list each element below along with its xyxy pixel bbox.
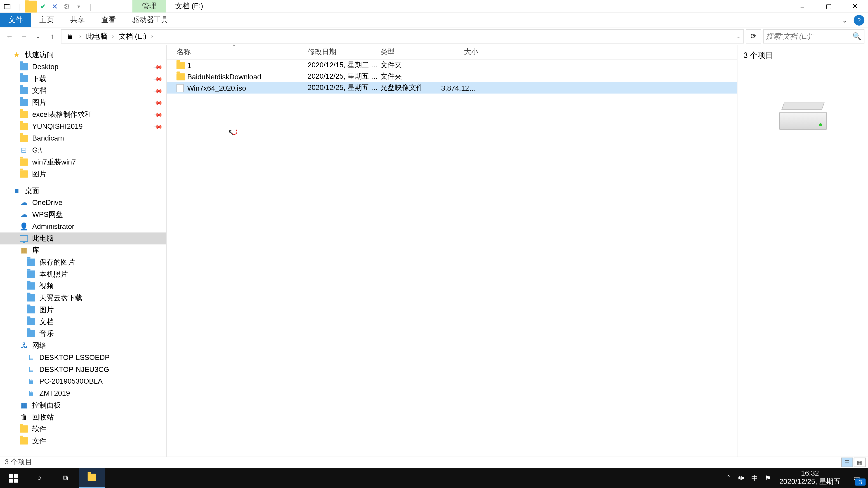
- column-header-name[interactable]: 名称: [177, 47, 308, 57]
- tree-item[interactable]: 天翼云盘下载: [0, 292, 166, 304]
- tree-item-label: 图片: [32, 169, 46, 179]
- tree-item[interactable]: ▦控制面板: [0, 399, 166, 411]
- breadcrumb[interactable]: 🖥 › 此电脑 › 文档 (E:) › ⌄: [61, 29, 744, 43]
- close-button[interactable]: ✕: [842, 0, 868, 12]
- clock-time: 16:32: [779, 470, 841, 478]
- qat-settings-icon[interactable]: ⚙: [61, 0, 73, 12]
- tab-home[interactable]: 主页: [31, 13, 62, 27]
- taskbar-clock[interactable]: 16:32 2020/12/25, 星期五: [775, 470, 845, 486]
- system-tray: ˄ 🕪 中 ⚑ 16:32 2020/12/25, 星期五 ▭3: [723, 468, 868, 488]
- file-row[interactable]: BaiduNetdiskDownload2020/12/25, 星期五 1...…: [167, 71, 737, 82]
- tree-item[interactable]: ☁OneDrive: [0, 197, 166, 208]
- qat-grip: |: [85, 0, 97, 12]
- minimize-button[interactable]: –: [789, 0, 815, 12]
- column-header-size[interactable]: 大小: [441, 47, 478, 57]
- tab-view[interactable]: 查看: [93, 13, 124, 27]
- start-button[interactable]: [0, 468, 26, 488]
- file-row[interactable]: Win7x64_2020.iso2020/12/25, 星期五 1...光盘映像…: [167, 82, 737, 94]
- tree-item[interactable]: 保存的图片: [0, 256, 166, 268]
- tray-volume-icon[interactable]: 🕪: [734, 474, 748, 482]
- ribbon-expand-icon[interactable]: ⌄: [839, 15, 850, 25]
- refresh-button[interactable]: ⟳: [746, 29, 761, 43]
- tree-item[interactable]: 👤Administrator: [0, 221, 166, 232]
- recent-locations-button[interactable]: ⌄: [32, 30, 44, 43]
- tree-item[interactable]: 文档: [0, 316, 166, 328]
- tree-item[interactable]: 🖥DESKTOP-LSSOEDP: [0, 352, 166, 363]
- tree-item[interactable]: 文件: [0, 435, 166, 447]
- column-header-type[interactable]: 类型: [380, 47, 441, 57]
- tree-item[interactable]: YUNQISHI2019📌: [0, 121, 166, 132]
- qat-check-icon[interactable]: ✔: [37, 0, 49, 12]
- taskbar-file-explorer[interactable]: [79, 468, 105, 488]
- navigation-pane[interactable]: ★快速访问Desktop📌下载📌文档📌图片📌excel表格制作求和📌YUNQIS…: [0, 45, 167, 457]
- breadcrumb-this-pc[interactable]: 此电脑: [85, 31, 108, 41]
- tree-item[interactable]: 🖥DESKTOP-NJEU3CG: [0, 363, 166, 376]
- qat-folder-icon[interactable]: [25, 0, 37, 12]
- tab-share[interactable]: 共享: [62, 13, 93, 27]
- taskbar[interactable]: ○ ⧉ ˄ 🕪 中 ⚑ 16:32 2020/12/25, 星期五 ▭3: [0, 468, 868, 488]
- tree-item-label: 下载: [32, 74, 46, 84]
- tree-item[interactable]: 下载📌: [0, 73, 166, 85]
- back-button[interactable]: ←: [4, 30, 16, 43]
- taskbar-search-button[interactable]: ○: [26, 468, 53, 488]
- tree-item[interactable]: 本机照片: [0, 268, 166, 280]
- tree-item[interactable]: 视频: [0, 280, 166, 292]
- tree-item-icon: 🗑: [19, 412, 29, 422]
- column-header-date[interactable]: 修改日期: [308, 47, 380, 57]
- tree-item[interactable]: excel表格制作求和📌: [0, 108, 166, 121]
- tree-item[interactable]: 🖥PC-20190530OBLA: [0, 376, 166, 387]
- qat-close-icon[interactable]: ✕: [49, 0, 61, 12]
- tree-item[interactable]: Desktop📌: [0, 61, 166, 73]
- tab-drive-tools[interactable]: 驱动器工具: [124, 13, 177, 27]
- tab-file[interactable]: 文件: [0, 13, 31, 27]
- tree-item-icon: ■: [12, 186, 22, 195]
- tree-item[interactable]: 🖥ZMT2019: [0, 387, 166, 399]
- tree-item[interactable]: 🖧网络: [0, 339, 166, 352]
- tree-item[interactable]: ⊟G:\: [0, 144, 166, 156]
- breadcrumb-sep-icon[interactable]: ›: [78, 33, 82, 39]
- tree-item-label: WPS网盘: [32, 209, 63, 220]
- view-details-button[interactable]: ☰: [841, 457, 853, 467]
- tray-ime-indicator[interactable]: 中: [748, 473, 762, 482]
- tree-item[interactable]: ☁WPS网盘: [0, 208, 166, 221]
- tree-item[interactable]: 图片: [0, 168, 166, 180]
- tree-item[interactable]: ▥库: [0, 244, 166, 256]
- tray-security-icon[interactable]: ⚑: [762, 474, 775, 482]
- search-icon[interactable]: 🔍: [852, 32, 862, 40]
- tree-item[interactable]: ■桌面: [0, 185, 166, 197]
- task-view-button[interactable]: ⧉: [53, 468, 79, 488]
- tree-item-icon: 🖧: [19, 341, 29, 350]
- file-row[interactable]: 12020/12/15, 星期二 1...文件夹: [167, 60, 737, 71]
- breadcrumb-sep-icon[interactable]: ›: [111, 33, 115, 39]
- up-button[interactable]: ↑: [46, 30, 59, 43]
- breadcrumb-drive[interactable]: 文档 (E:): [118, 31, 148, 41]
- maximize-button[interactable]: ▢: [815, 0, 842, 12]
- file-type: 光盘映像文件: [380, 83, 441, 93]
- search-box[interactable]: 🔍: [763, 29, 864, 43]
- tree-item[interactable]: 🗑回收站: [0, 411, 166, 423]
- tree-item-label: 文档: [39, 317, 54, 327]
- tree-item[interactable]: ★快速访问: [0, 49, 166, 61]
- tree-item[interactable]: 此电脑: [0, 232, 166, 245]
- tray-overflow-icon[interactable]: ˄: [723, 474, 734, 482]
- file-name: BaiduNetdiskDownload: [187, 72, 308, 80]
- qat-dropdown-icon[interactable]: ▾: [73, 0, 85, 12]
- tree-item[interactable]: 图片📌: [0, 96, 166, 108]
- help-icon[interactable]: ?: [854, 15, 864, 25]
- tree-item-icon: [19, 424, 29, 434]
- tree-item[interactable]: 图片: [0, 304, 166, 316]
- file-list[interactable]: ˄ 名称 修改日期 类型 大小 12020/12/15, 星期二 1...文件夹…: [167, 45, 737, 457]
- contextual-tab-manage[interactable]: 管理: [132, 0, 166, 12]
- breadcrumb-sep-icon[interactable]: ›: [150, 33, 154, 39]
- tree-item[interactable]: 音乐: [0, 328, 166, 340]
- tree-item[interactable]: Bandicam: [0, 132, 166, 144]
- tree-item[interactable]: win7重装win7: [0, 156, 166, 168]
- breadcrumb-dropdown-icon[interactable]: ⌄: [736, 33, 741, 39]
- search-input[interactable]: [766, 32, 862, 40]
- file-type: 文件夹: [380, 71, 441, 82]
- tree-item[interactable]: 软件: [0, 423, 166, 435]
- forward-button[interactable]: →: [18, 30, 30, 43]
- view-large-icons-button[interactable]: ▦: [854, 457, 866, 467]
- tree-item[interactable]: 文档📌: [0, 85, 166, 97]
- action-center-button[interactable]: ▭3: [845, 468, 868, 488]
